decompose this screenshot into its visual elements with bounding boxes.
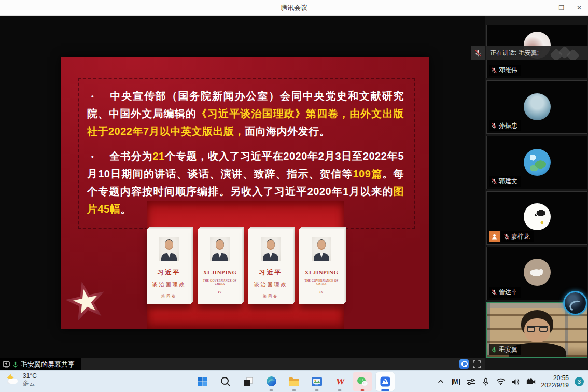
tray-chevron-up-icon[interactable] [436,377,445,386]
task-view-button[interactable] [239,372,258,391]
participant-nametag: 廖梓龙 [501,231,534,242]
bullet1-text-white-2: 面向海内外发行。 [245,125,330,137]
book-cover-chinese: 习近平 谈治国理政 第四卷 [248,229,293,304]
tencent-meeting-window: 腾讯会议 ─ ❐ ✕ •中央宣传部（国务院新闻办公室）会同中央党史和文献研究院、… [0,0,588,392]
minimize-button[interactable]: ─ [535,0,553,16]
system-tray: M [436,371,584,392]
portrait-photo [312,237,331,261]
wps-icon: W [335,376,344,387]
books-photo-panel: 习近平 谈治国理政 第四卷 XI JINPING THE GOVERNANCE … [147,201,344,329]
bullet2-text-yellow: 21 [152,150,164,162]
search-icon [220,376,231,387]
wifi-icon[interactable] [496,377,506,386]
presentation-slide: •中央宣传部（国务院新闻办公室）会同中央党史和文献研究院、中国外文局编辑的《习近… [61,57,429,329]
participant-name: 毛安翼 [499,345,517,354]
participant-nametag: 孙振忠 [489,120,521,131]
avatar [524,93,551,120]
participant-tile-liaozilong[interactable]: 廖梓龙 [486,191,587,245]
screen-share-icon [3,361,10,368]
book-title: XI JINPING [299,269,344,275]
share-strip-controls [459,359,481,369]
fullscreen-icon[interactable] [473,360,481,368]
restore-button[interactable]: ❐ [553,0,570,16]
screen-share-label: 毛安翼的屏幕共享 [0,358,81,370]
floating-lens-button[interactable] [563,291,587,315]
participants-sidebar: 邓维伟 孙振忠 [485,16,588,370]
running-indicator [270,389,273,391]
participant-tile-sunzhenzhong[interactable]: 孙振忠 [486,80,587,134]
portrait-photo [261,237,281,261]
participant-name: 孙振忠 [499,121,517,130]
muted-mic-icon [503,233,510,240]
wechat-button[interactable] [353,372,372,391]
participant-name: 廖梓龙 [511,232,530,241]
weather-condition: 多云 [23,380,37,387]
task-view-icon [243,376,254,387]
presentation-app-button[interactable] [307,372,327,391]
camera-icon[interactable] [526,377,536,386]
windows-logo-icon [197,376,208,387]
notification-indicator [361,389,365,391]
banner-mic-box [471,46,485,60]
muted-mic-icon [474,49,482,57]
running-indicator [315,389,319,391]
input-method-icon[interactable]: M [451,377,460,386]
bullet-marker: • [91,92,94,100]
speaking-mic-icon [12,361,19,368]
search-button[interactable] [216,372,235,391]
settings-sliders-icon[interactable] [466,377,475,386]
folder-icon [288,375,300,388]
wps-office-button[interactable]: W [330,372,349,391]
share-label-text: 毛安翼的屏幕共享 [21,360,75,369]
clock[interactable]: 20:55 2022/9/19 [541,374,569,389]
window-title: 腾讯会议 [281,3,307,12]
book-cover-english: XI JINPING THE GOVERNANCE OF CHINA IV [198,229,242,304]
screen-share-area: •中央宣传部（国务院新闻办公室）会同中央党史和文献研究院、中国外文局编辑的《习近… [0,16,485,370]
weather-widget[interactable]: 31°C 多云 [5,372,37,387]
book-volume: IV [299,290,344,294]
book-volume: 第四卷 [254,293,288,299]
running-indicator [338,389,342,391]
file-explorer-button[interactable] [284,372,304,391]
titlebar: 腾讯会议 ─ ❐ ✕ [0,0,588,16]
speaker-icon[interactable] [511,377,521,386]
muted-mic-icon [491,178,497,185]
magnifier-app-icon[interactable] [459,359,469,369]
avatar [524,203,551,230]
active-speaker-banner: 正在讲话: 毛安翼; [471,46,588,60]
tencent-meeting-button[interactable] [375,372,395,391]
slide-bullet-1: •中央宣传部（国务院新闻办公室）会同中央党史和文献研究院、中国外文局编辑的《习近… [87,87,404,140]
bullet2-text-white-4: 。 [120,203,131,215]
edge-browser-button[interactable] [261,372,281,391]
microphone-icon[interactable] [481,377,491,386]
tencent-meeting-icon [379,375,391,388]
avatar [524,149,551,176]
book-title: 习近平 [152,268,186,277]
muted-mic-icon [491,289,497,296]
host-badge-icon [489,231,500,242]
participant-tile-guojianwen[interactable]: 郭建文 [486,136,587,189]
tray-date: 2022/9/19 [541,382,569,389]
start-button[interactable] [193,372,213,391]
muted-mic-icon [491,122,497,129]
participant-nametag: 毛安翼 [489,344,521,355]
meeting-main-area: •中央宣传部（国务院新闻办公室）会同中央党史和文献研究院、中国外文局编辑的《习近… [0,16,588,370]
star-decoration [65,281,107,323]
book-title: XI JINPING [198,269,242,275]
close-button[interactable]: ✕ [570,0,588,16]
active-speaker-text: 正在讲话: 毛安翼; [490,49,539,58]
bullet-marker: • [91,152,94,160]
participant-nametag: 郭建文 [489,176,521,187]
participant-name: 邓维伟 [499,66,517,75]
presentation-app-icon [311,375,323,388]
portrait-photo [210,237,230,261]
weather-temp: 31°C [23,372,37,380]
share-bottom-strip: 毛安翼的屏幕共享 [0,358,485,370]
portrait-photo [159,237,179,261]
muted-mic-icon [491,67,497,74]
participant-name: 曾达幸 [499,288,517,297]
notification-badge[interactable]: 3 [575,377,584,386]
participant-name: 郭建文 [499,177,517,186]
partly-cloudy-icon [5,373,19,386]
wechat-icon [356,375,369,388]
